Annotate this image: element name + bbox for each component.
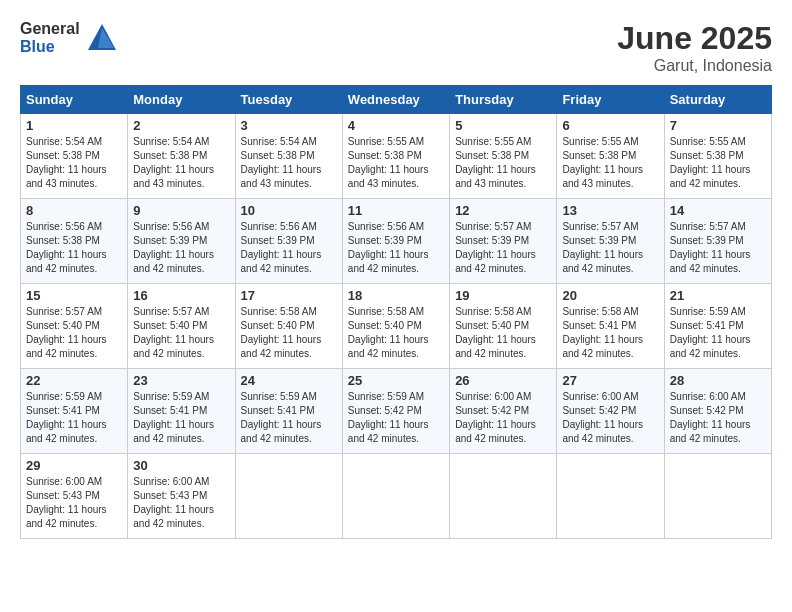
day-number: 22 <box>26 373 122 388</box>
day-number: 12 <box>455 203 551 218</box>
day-info: Sunrise: 5:55 AMSunset: 5:38 PMDaylight:… <box>455 136 536 189</box>
day-info: Sunrise: 6:00 AMSunset: 5:43 PMDaylight:… <box>133 476 214 529</box>
day-info: Sunrise: 6:00 AMSunset: 5:42 PMDaylight:… <box>455 391 536 444</box>
day-info: Sunrise: 5:59 AMSunset: 5:41 PMDaylight:… <box>26 391 107 444</box>
calendar-week-5: 29 Sunrise: 6:00 AMSunset: 5:43 PMDaylig… <box>21 454 772 539</box>
day-number: 6 <box>562 118 658 133</box>
day-number: 28 <box>670 373 766 388</box>
day-number: 29 <box>26 458 122 473</box>
calendar-day-17: 17 Sunrise: 5:58 AMSunset: 5:40 PMDaylig… <box>235 284 342 369</box>
calendar-day-30: 30 Sunrise: 6:00 AMSunset: 5:43 PMDaylig… <box>128 454 235 539</box>
weekday-header-saturday: Saturday <box>664 86 771 114</box>
calendar-day-23: 23 Sunrise: 5:59 AMSunset: 5:41 PMDaylig… <box>128 369 235 454</box>
day-info: Sunrise: 5:55 AMSunset: 5:38 PMDaylight:… <box>670 136 751 189</box>
logo: General Blue <box>20 20 120 56</box>
weekday-header-wednesday: Wednesday <box>342 86 449 114</box>
day-number: 18 <box>348 288 444 303</box>
day-info: Sunrise: 5:58 AMSunset: 5:41 PMDaylight:… <box>562 306 643 359</box>
calendar-day-20: 20 Sunrise: 5:58 AMSunset: 5:41 PMDaylig… <box>557 284 664 369</box>
day-info: Sunrise: 5:56 AMSunset: 5:38 PMDaylight:… <box>26 221 107 274</box>
day-info: Sunrise: 5:57 AMSunset: 5:39 PMDaylight:… <box>670 221 751 274</box>
calendar-day-2: 2 Sunrise: 5:54 AMSunset: 5:38 PMDayligh… <box>128 114 235 199</box>
calendar-week-3: 15 Sunrise: 5:57 AMSunset: 5:40 PMDaylig… <box>21 284 772 369</box>
day-info: Sunrise: 5:56 AMSunset: 5:39 PMDaylight:… <box>133 221 214 274</box>
day-number: 8 <box>26 203 122 218</box>
day-number: 1 <box>26 118 122 133</box>
month-title: June 2025 <box>617 20 772 57</box>
day-number: 25 <box>348 373 444 388</box>
location-title: Garut, Indonesia <box>617 57 772 75</box>
day-info: Sunrise: 5:55 AMSunset: 5:38 PMDaylight:… <box>562 136 643 189</box>
calendar-empty-cell <box>557 454 664 539</box>
day-number: 19 <box>455 288 551 303</box>
calendar-day-29: 29 Sunrise: 6:00 AMSunset: 5:43 PMDaylig… <box>21 454 128 539</box>
day-info: Sunrise: 6:00 AMSunset: 5:42 PMDaylight:… <box>562 391 643 444</box>
calendar-day-12: 12 Sunrise: 5:57 AMSunset: 5:39 PMDaylig… <box>450 199 557 284</box>
calendar-day-11: 11 Sunrise: 5:56 AMSunset: 5:39 PMDaylig… <box>342 199 449 284</box>
weekday-header-monday: Monday <box>128 86 235 114</box>
day-info: Sunrise: 5:58 AMSunset: 5:40 PMDaylight:… <box>241 306 322 359</box>
day-number: 11 <box>348 203 444 218</box>
day-info: Sunrise: 5:56 AMSunset: 5:39 PMDaylight:… <box>348 221 429 274</box>
day-info: Sunrise: 5:57 AMSunset: 5:39 PMDaylight:… <box>562 221 643 274</box>
day-info: Sunrise: 5:57 AMSunset: 5:39 PMDaylight:… <box>455 221 536 274</box>
calendar-day-16: 16 Sunrise: 5:57 AMSunset: 5:40 PMDaylig… <box>128 284 235 369</box>
day-info: Sunrise: 5:59 AMSunset: 5:41 PMDaylight:… <box>133 391 214 444</box>
logo-icon <box>84 20 120 56</box>
weekday-header-sunday: Sunday <box>21 86 128 114</box>
calendar-day-24: 24 Sunrise: 5:59 AMSunset: 5:41 PMDaylig… <box>235 369 342 454</box>
day-number: 30 <box>133 458 229 473</box>
day-info: Sunrise: 6:00 AMSunset: 5:42 PMDaylight:… <box>670 391 751 444</box>
calendar-day-28: 28 Sunrise: 6:00 AMSunset: 5:42 PMDaylig… <box>664 369 771 454</box>
day-info: Sunrise: 5:59 AMSunset: 5:41 PMDaylight:… <box>670 306 751 359</box>
day-number: 20 <box>562 288 658 303</box>
calendar-day-4: 4 Sunrise: 5:55 AMSunset: 5:38 PMDayligh… <box>342 114 449 199</box>
day-number: 26 <box>455 373 551 388</box>
weekday-header-tuesday: Tuesday <box>235 86 342 114</box>
calendar-day-13: 13 Sunrise: 5:57 AMSunset: 5:39 PMDaylig… <box>557 199 664 284</box>
logo-general: General <box>20 20 80 38</box>
calendar-empty-cell <box>235 454 342 539</box>
calendar-day-9: 9 Sunrise: 5:56 AMSunset: 5:39 PMDayligh… <box>128 199 235 284</box>
calendar-day-27: 27 Sunrise: 6:00 AMSunset: 5:42 PMDaylig… <box>557 369 664 454</box>
day-number: 7 <box>670 118 766 133</box>
day-number: 17 <box>241 288 337 303</box>
weekday-header-thursday: Thursday <box>450 86 557 114</box>
calendar-day-7: 7 Sunrise: 5:55 AMSunset: 5:38 PMDayligh… <box>664 114 771 199</box>
day-number: 5 <box>455 118 551 133</box>
calendar-day-8: 8 Sunrise: 5:56 AMSunset: 5:38 PMDayligh… <box>21 199 128 284</box>
day-info: Sunrise: 5:57 AMSunset: 5:40 PMDaylight:… <box>26 306 107 359</box>
day-number: 24 <box>241 373 337 388</box>
weekday-header-friday: Friday <box>557 86 664 114</box>
calendar-empty-cell <box>664 454 771 539</box>
calendar-table: SundayMondayTuesdayWednesdayThursdayFrid… <box>20 85 772 539</box>
calendar-day-18: 18 Sunrise: 5:58 AMSunset: 5:40 PMDaylig… <box>342 284 449 369</box>
logo-blue: Blue <box>20 38 80 56</box>
day-number: 9 <box>133 203 229 218</box>
day-info: Sunrise: 5:58 AMSunset: 5:40 PMDaylight:… <box>348 306 429 359</box>
day-info: Sunrise: 5:54 AMSunset: 5:38 PMDaylight:… <box>133 136 214 189</box>
day-number: 27 <box>562 373 658 388</box>
day-number: 2 <box>133 118 229 133</box>
title-block: June 2025 Garut, Indonesia <box>617 20 772 75</box>
calendar-week-4: 22 Sunrise: 5:59 AMSunset: 5:41 PMDaylig… <box>21 369 772 454</box>
calendar-day-3: 3 Sunrise: 5:54 AMSunset: 5:38 PMDayligh… <box>235 114 342 199</box>
day-number: 3 <box>241 118 337 133</box>
day-info: Sunrise: 6:00 AMSunset: 5:43 PMDaylight:… <box>26 476 107 529</box>
day-number: 13 <box>562 203 658 218</box>
day-info: Sunrise: 5:58 AMSunset: 5:40 PMDaylight:… <box>455 306 536 359</box>
day-info: Sunrise: 5:59 AMSunset: 5:42 PMDaylight:… <box>348 391 429 444</box>
page-header: General Blue June 2025 Garut, Indonesia <box>20 20 772 75</box>
day-number: 23 <box>133 373 229 388</box>
calendar-day-22: 22 Sunrise: 5:59 AMSunset: 5:41 PMDaylig… <box>21 369 128 454</box>
day-info: Sunrise: 5:54 AMSunset: 5:38 PMDaylight:… <box>241 136 322 189</box>
day-number: 10 <box>241 203 337 218</box>
day-number: 14 <box>670 203 766 218</box>
day-number: 15 <box>26 288 122 303</box>
calendar-week-1: 1 Sunrise: 5:54 AMSunset: 5:38 PMDayligh… <box>21 114 772 199</box>
calendar-day-15: 15 Sunrise: 5:57 AMSunset: 5:40 PMDaylig… <box>21 284 128 369</box>
calendar-day-21: 21 Sunrise: 5:59 AMSunset: 5:41 PMDaylig… <box>664 284 771 369</box>
calendar-day-5: 5 Sunrise: 5:55 AMSunset: 5:38 PMDayligh… <box>450 114 557 199</box>
day-number: 4 <box>348 118 444 133</box>
calendar-day-1: 1 Sunrise: 5:54 AMSunset: 5:38 PMDayligh… <box>21 114 128 199</box>
